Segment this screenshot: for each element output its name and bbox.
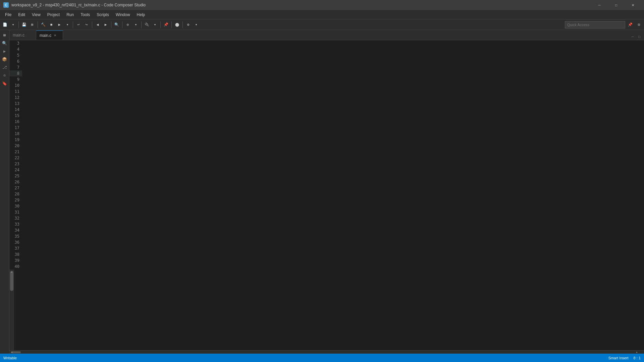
toolbar-misc-dropdown[interactable]: ▾	[193, 21, 200, 28]
horizontal-scrollbar[interactable]: ▶ ◀	[9, 350, 644, 354]
minimize-button[interactable]: ─	[592, 0, 607, 10]
toolbar-new[interactable]: 📄	[1, 21, 9, 28]
toolbar-save[interactable]: 💾	[20, 21, 28, 28]
line-number: 38	[9, 251, 22, 257]
toolbar-breakpoint[interactable]: ⬤	[173, 21, 181, 28]
toolbar-forward[interactable]: ▶	[102, 21, 109, 28]
line-number: 17	[9, 125, 22, 131]
menu-scripts[interactable]: Scripts	[93, 10, 112, 19]
status-position: 8 : 1	[634, 356, 641, 360]
toolbar-debug[interactable]: ▶	[56, 21, 63, 28]
activity-search[interactable]: 🔍	[1, 40, 8, 47]
line-number: 20	[9, 143, 22, 149]
line-number: 36	[9, 239, 22, 245]
activity-bookmarks[interactable]: 🔖	[1, 80, 8, 87]
line-number: 12	[9, 95, 22, 101]
close-button[interactable]: ✕	[625, 0, 641, 10]
tab-minimize-btn[interactable]: ─	[629, 33, 636, 40]
maximize-button[interactable]: □	[608, 0, 624, 10]
tab-controls: ─ □	[629, 33, 644, 40]
editor-area: main.c main.c ✕ ─ □ 34567891011121314151…	[9, 30, 644, 354]
line-number: 13	[9, 101, 22, 107]
line-number: 22	[9, 155, 22, 161]
toolbar-dropdown[interactable]: ▾	[9, 21, 17, 28]
line-number: 19	[9, 137, 22, 143]
toolbar: 📄 ▾ 💾 ⊞ 🔨 ■ ▶ ▾ ↩ ↪ ◀ ▶ 🔍 ⊙ ▾ 🔌 ▾ 📌 ⬤ ⚙ …	[0, 19, 644, 30]
menu-tools[interactable]: Tools	[77, 10, 93, 19]
line-numbers: 3456789101112131415161718192021222324252…	[9, 40, 25, 269]
activity-target[interactable]: ⊙	[1, 72, 8, 79]
scroll-left-btn[interactable]: ◀	[9, 351, 14, 354]
activity-git[interactable]: ⎇	[1, 64, 8, 71]
scroll-up-btn[interactable]: ▲	[9, 269, 14, 274]
tab-main-c-2[interactable]: main.c ✕	[36, 31, 63, 40]
tab-label-2: main.c	[40, 33, 51, 38]
toolbar-debug-dropdown[interactable]: ▾	[64, 21, 71, 28]
line-number: 26	[9, 179, 22, 185]
toolbar-connect[interactable]: 🔌	[143, 21, 151, 28]
toolbar-back[interactable]: ◀	[94, 21, 101, 28]
status-writable[interactable]: Writable	[3, 356, 17, 360]
tab-main-c-1[interactable]: main.c	[9, 31, 36, 40]
line-number: 37	[9, 245, 22, 251]
line-number: 7	[9, 64, 22, 70]
toolbar-maximize-view[interactable]: ⊡	[635, 21, 643, 28]
main-layout: ⊞ 🔍 ▶ 📦 ⎇ ⊙ 🔖 main.c main.c ✕ ─ □	[0, 30, 644, 354]
line-number: 40	[9, 263, 22, 269]
activity-debug[interactable]: ▶	[1, 48, 8, 55]
toolbar-sep-10	[182, 21, 183, 28]
vertical-scrollbar[interactable]: ▼ ▲	[9, 269, 14, 350]
quick-access-input[interactable]	[565, 21, 625, 28]
activity-explorer[interactable]: ⊞	[1, 32, 8, 39]
line-number: 18	[9, 131, 22, 137]
line-number: 27	[9, 185, 22, 191]
menu-run[interactable]: Run	[63, 10, 77, 19]
toolbar-sep-8	[160, 21, 161, 28]
toolbar-sep-5	[111, 21, 111, 28]
toolbar-build[interactable]: 🔨	[40, 21, 47, 28]
line-number: 3	[9, 40, 22, 46]
menu-window[interactable]: Window	[112, 10, 133, 19]
app-icon: C	[3, 2, 9, 8]
line-number: 15	[9, 113, 22, 119]
line-number: 10	[9, 82, 22, 88]
line-number: 16	[9, 119, 22, 125]
tab-close-2[interactable]: ✕	[53, 33, 57, 38]
toolbar-search[interactable]: 🔍	[113, 21, 120, 28]
toolbar-pin[interactable]: 📌	[162, 21, 170, 28]
line-numbers-content: 3456789101112131415161718192021222324252…	[9, 40, 22, 269]
line-number: 14	[9, 107, 22, 113]
toolbar-connect-dropdown[interactable]: ▾	[151, 21, 159, 28]
scroll-right-btn[interactable]: ▶	[635, 351, 639, 354]
toolbar-sep-1	[18, 21, 19, 28]
menu-project[interactable]: Project	[44, 10, 63, 19]
menu-view[interactable]: View	[29, 10, 44, 19]
toolbar-redo[interactable]: ↪	[83, 21, 90, 28]
line-number: 21	[9, 149, 22, 155]
activity-packages[interactable]: 📦	[1, 56, 8, 63]
code-editor[interactable]: 3456789101112131415161718192021222324252…	[9, 40, 644, 350]
toolbar-save-all[interactable]: ⊞	[29, 21, 36, 28]
tab-label-1: main.c	[13, 33, 24, 38]
toolbar-sep-9	[171, 21, 172, 28]
toolbar-pin-2[interactable]: 📌	[627, 21, 634, 28]
toolbar-misc[interactable]: ⚙	[184, 21, 192, 28]
line-number: 28	[9, 191, 22, 197]
toolbar-target[interactable]: ⊙	[124, 21, 131, 28]
tab-maximize-btn[interactable]: □	[636, 33, 643, 40]
toolbar-sep-7	[141, 21, 142, 28]
menu-file[interactable]: File	[2, 10, 15, 19]
status-smart-insert[interactable]: Smart Insert	[608, 356, 629, 360]
menu-edit[interactable]: Edit	[15, 10, 29, 19]
line-number: 5	[9, 52, 22, 58]
toolbar-sep-6	[122, 21, 122, 28]
menu-help[interactable]: Help	[133, 10, 149, 19]
toolbar-sep-2	[38, 21, 38, 28]
toolbar-undo[interactable]: ↩	[75, 21, 82, 28]
status-right: Smart Insert 8 : 1	[608, 356, 641, 360]
line-number: 6	[9, 58, 22, 64]
toolbar-target-dropdown[interactable]: ▾	[132, 21, 140, 28]
toolbar-stop[interactable]: ■	[48, 21, 55, 28]
line-number: 4	[9, 46, 22, 52]
quick-access-area: 📌 ⊡	[565, 21, 643, 28]
